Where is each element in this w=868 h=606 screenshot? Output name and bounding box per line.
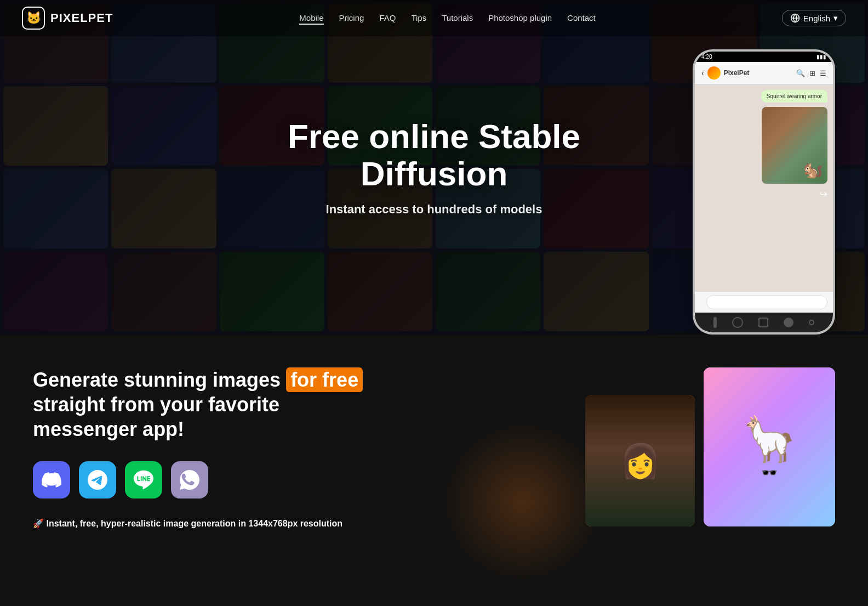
nav-bar-mic (809, 320, 814, 325)
lower-section: Generate stunning images for free straig… (0, 335, 868, 606)
messenger-icons-row (33, 461, 384, 499)
language-selector[interactable]: English ▾ (782, 10, 846, 26)
telegram-icon[interactable] (79, 461, 116, 499)
chevron-right-icon: › (700, 297, 703, 307)
chevron-down-icon: ▾ (833, 13, 838, 23)
preview-image-llama: 🦙 🕶️ (704, 367, 835, 526)
app-avatar (707, 66, 721, 80)
nav-pricing[interactable]: Pricing (339, 13, 364, 22)
nav-mobile[interactable]: Mobile (299, 13, 323, 25)
glow-orb (441, 420, 605, 584)
chat-prompt-bubble: Squirrel wearing armor (761, 90, 827, 103)
language-label: English (803, 14, 830, 23)
heading-part1: Generate stunning images (33, 369, 281, 391)
viber-svg (180, 470, 199, 490)
search-icon: 🔍 (796, 69, 805, 77)
hero-section: Free online Stable Diffusion Instant acc… (0, 0, 868, 335)
telegram-svg (88, 470, 107, 490)
phone-app-header: ‹ PixelPet 🔍 ⊞ ☰ (695, 62, 833, 84)
heading-highlight: for free (286, 367, 363, 392)
nav-contact[interactable]: Contact (567, 13, 596, 22)
lower-heading: Generate stunning images for free straig… (33, 367, 384, 441)
phone-nav-bar (695, 313, 833, 332)
hero-subtitle: Instant access to hundreds of models (326, 202, 542, 217)
heading-part2: straight from your favorite messenger ap… (33, 393, 279, 440)
phone-body: 4:20 ▮▮▮ ‹ PixelPet 🔍 ⊞ ☰ (693, 49, 835, 335)
nav-bar-back (758, 318, 768, 327)
share-icon: ↪ (819, 188, 827, 200)
grid-icon: ⊞ (809, 69, 815, 77)
brand-name: PIXELPET (50, 11, 113, 25)
viber-icon[interactable] (171, 461, 208, 499)
line-icon[interactable] (125, 461, 162, 499)
phone-status-bar: 4:20 ▮▮▮ (695, 52, 833, 62)
nav-tips[interactable]: Tips (411, 13, 426, 22)
discord-icon[interactable] (33, 461, 70, 499)
nav-tutorials[interactable]: Tutorials (442, 13, 473, 22)
logo-icon: 🐱 (22, 7, 45, 30)
person-emoji: 👩 (620, 441, 661, 480)
nav-bar-menu (713, 317, 717, 328)
phone-input-bar: › (695, 291, 833, 313)
phone-screen: 4:20 ▮▮▮ ‹ PixelPet 🔍 ⊞ ☰ (695, 52, 833, 332)
preview-image-person: 👩 (585, 395, 695, 526)
phone-input-field (706, 295, 827, 309)
llama-emoji: 🦙 (742, 414, 797, 465)
phone-chat-area: Squirrel wearing armor ↪ (695, 84, 833, 291)
lower-left-content: Generate stunning images for free straig… (33, 367, 384, 529)
lower-right-images: 👩 🦙 🕶️ (585, 367, 835, 526)
logo-link[interactable]: 🐱 PIXELPET (22, 7, 113, 30)
lower-tagline: 🚀 Instant, free, hyper-realistic image g… (33, 518, 384, 529)
discord-svg (42, 470, 61, 490)
nav-bar-home (732, 317, 743, 328)
menu-icon: ☰ (820, 69, 826, 77)
nav-faq[interactable]: FAQ (379, 13, 396, 22)
nav-bar-emoji (784, 318, 793, 327)
navbar: 🐱 PIXELPET Mobile Pricing FAQ Tips Tutor… (0, 0, 868, 36)
nav-photoshop[interactable]: Photoshop plugin (488, 13, 552, 22)
hero-title: Free online Stable Diffusion (242, 118, 626, 192)
phone-app-name: PixelPet (724, 69, 750, 77)
phone-mockup: 4:20 ▮▮▮ ‹ PixelPet 🔍 ⊞ ☰ (693, 49, 835, 335)
back-icon: ‹ (701, 69, 704, 77)
line-svg (134, 470, 153, 490)
globe-icon (790, 13, 800, 23)
chat-generated-image (762, 107, 827, 184)
nav-links: Mobile Pricing FAQ Tips Tutorials Photos… (299, 13, 595, 23)
